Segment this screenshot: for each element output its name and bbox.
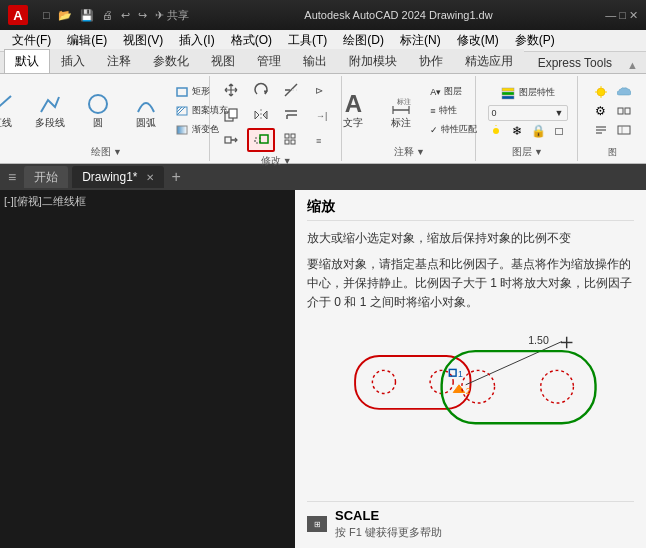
redo-icon[interactable]: ↪: [135, 7, 150, 24]
svg-point-1: [89, 95, 107, 113]
modify-stretch-button[interactable]: [217, 128, 245, 152]
ribbon-collapse-btn[interactable]: ▲: [623, 57, 642, 73]
share-icon[interactable]: ✈ 共享: [152, 6, 192, 25]
right-group-content: ⚙: [590, 78, 635, 144]
menu-view[interactable]: 视图(V): [115, 30, 171, 51]
properties-button[interactable]: [590, 121, 612, 139]
svg-point-55: [372, 370, 395, 393]
command-icon-box: ⊞: [307, 516, 327, 532]
cloud-button[interactable]: [613, 83, 635, 101]
modify-row2: →|: [217, 103, 335, 127]
tab-default[interactable]: 默认: [4, 49, 50, 73]
layer-row3: ❄ 🔒 □: [486, 123, 569, 139]
ribbon-group-draw: 直线 多段线 圆 圆弧: [4, 76, 210, 161]
block-button[interactable]: [613, 121, 635, 139]
tab-hamburger-icon[interactable]: ≡: [8, 169, 16, 185]
annotate-dimension-button[interactable]: 标注 标注: [379, 83, 423, 139]
undo-icon[interactable]: ↩: [118, 7, 133, 24]
svg-marker-15: [255, 111, 259, 119]
tab-collaborate[interactable]: 协作: [408, 49, 454, 73]
modify-move-button[interactable]: [217, 78, 245, 102]
command-name: SCALE: [335, 508, 442, 523]
tab-add-button[interactable]: +: [168, 168, 185, 186]
modify-group-content: ⊳ →|: [217, 78, 335, 152]
menu-format[interactable]: 格式(O): [223, 30, 280, 51]
tab-manage[interactable]: 管理: [246, 49, 292, 73]
hatch-icon: [175, 104, 189, 118]
annotate-text-button[interactable]: A 文字: [331, 83, 375, 139]
menu-edit[interactable]: 编辑(E): [59, 30, 115, 51]
ribbon-group-annotation: A 文字 标注 标注 A▾ 图层 ≡ 特性: [344, 76, 476, 161]
group-button[interactable]: [613, 102, 635, 120]
tab-drawing1-close[interactable]: ✕: [146, 172, 154, 183]
text-label: 文字: [343, 116, 363, 130]
draw-circle-button[interactable]: 圆: [76, 83, 120, 139]
modify-group-dropdown[interactable]: ▼: [283, 156, 292, 166]
sun-render-button[interactable]: [590, 83, 612, 101]
menu-insert[interactable]: 插入(I): [171, 30, 222, 51]
layer-sun-button[interactable]: [486, 123, 506, 139]
line-icon: [0, 92, 14, 116]
tab-featured[interactable]: 精选应用: [454, 49, 524, 73]
right-buttons: ⚙: [590, 83, 635, 139]
layer-color-button[interactable]: □: [549, 123, 569, 139]
plot-icon[interactable]: 🖨: [99, 7, 116, 23]
menu-dimension[interactable]: 标注(N): [392, 30, 449, 51]
svg-line-0: [0, 96, 11, 112]
modify-scale-button[interactable]: [247, 128, 275, 152]
app-icon[interactable]: A: [8, 5, 28, 25]
layers-group-label[interactable]: 图层 ▼: [512, 145, 543, 159]
modify-rotate-button[interactable]: [247, 78, 275, 102]
menu-params[interactable]: 参数(P): [507, 30, 563, 51]
gear-button[interactable]: ⚙: [590, 102, 612, 120]
tab-drawing1[interactable]: Drawing1* ✕: [72, 166, 163, 188]
tab-express-tools[interactable]: Express Tools: [527, 52, 623, 73]
tab-addins[interactable]: 附加模块: [338, 49, 408, 73]
menu-modify[interactable]: 修改(M): [449, 30, 507, 51]
tab-view[interactable]: 视图: [200, 49, 246, 73]
tab-start-label: 开始: [34, 169, 58, 186]
draw-group-dropdown[interactable]: ▼: [113, 147, 122, 157]
draw-polyline-button[interactable]: 多段线: [28, 83, 72, 139]
tab-start[interactable]: 开始: [24, 166, 68, 188]
draw-group-label[interactable]: 绘图 ▼: [91, 145, 122, 159]
modify-mirror-button[interactable]: [247, 103, 275, 127]
tab-output[interactable]: 输出: [292, 49, 338, 73]
tab-insert[interactable]: 插入: [50, 49, 96, 73]
modify-copy-button[interactable]: [217, 103, 245, 127]
canvas-panel: [-][俯视]二维线框: [0, 190, 295, 548]
modify-group-label[interactable]: 修改 ▼: [261, 154, 292, 168]
layers-group-content: 图层特性 0 ▼ ❄ 🔒 □: [483, 78, 573, 143]
tab-parametric[interactable]: 参数化: [142, 49, 200, 73]
save-icon[interactable]: 💾: [77, 7, 97, 24]
menu-file[interactable]: 文件(F): [4, 30, 59, 51]
open-icon[interactable]: 📂: [55, 7, 75, 24]
annotation-group-label[interactable]: 注释 ▼: [394, 145, 425, 159]
layer-dropdown[interactable]: 0 ▼: [488, 105, 568, 121]
new-icon[interactable]: □: [40, 7, 53, 23]
right-group-label: 图: [608, 146, 617, 159]
annotation-group-dropdown[interactable]: ▼: [416, 147, 425, 157]
ribbon-group-modify: ⊳ →|: [212, 76, 342, 161]
layers-dropdown[interactable]: ▼: [534, 147, 543, 157]
draw-arc-label: 圆弧: [136, 116, 156, 130]
svg-rect-27: [285, 140, 289, 144]
modify-extend-button[interactable]: [277, 103, 305, 127]
modify-trim-button[interactable]: [277, 78, 305, 102]
command-icon: ⊞: [314, 520, 321, 529]
window-controls: — □ ✕: [605, 9, 638, 22]
draw-line-label: 直线: [0, 116, 12, 130]
layer-panel-button[interactable]: 图层特性: [483, 83, 573, 103]
menu-draw[interactable]: 绘图(D): [335, 30, 392, 51]
modify-array-button[interactable]: [277, 128, 305, 152]
annot-prop-icon: ≡: [430, 106, 435, 116]
menu-tools[interactable]: 工具(T): [280, 30, 335, 51]
draw-arc-button[interactable]: 圆弧: [124, 83, 168, 139]
layer-lock-button[interactable]: 🔒: [528, 123, 548, 139]
draw-line-button[interactable]: 直线: [0, 83, 24, 139]
layer-freeze-button[interactable]: ❄: [507, 123, 527, 139]
help-title: 缩放: [307, 198, 634, 221]
tab-annotate[interactable]: 注释: [96, 49, 142, 73]
main-area: [-][俯视]二维线框 缩放 放大或缩小选定对象，缩放后保持对象的比例不变 要缩…: [0, 190, 646, 548]
svg-rect-35: [502, 92, 514, 95]
